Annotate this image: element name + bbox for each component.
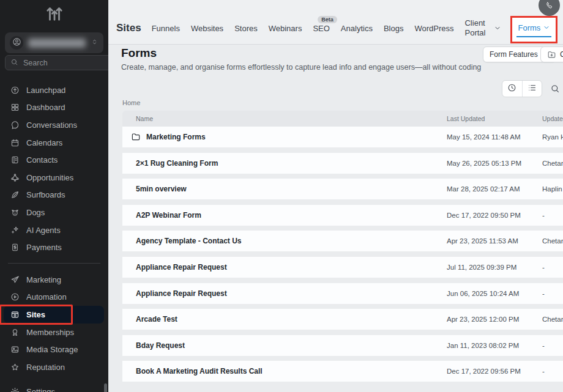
sidebar-item-label: Surfboards <box>26 190 65 199</box>
cell-last-updated: Jul 11, 2025 09:39 PM <box>447 264 542 271</box>
recent-view-button[interactable] <box>502 81 522 97</box>
sidebar-item-memberships[interactable]: Memberships <box>4 324 104 341</box>
sidebar-item-surfboards[interactable]: Surfboards <box>4 187 104 204</box>
sidebar-item-label: Payments <box>26 243 62 252</box>
table-row[interactable]: Agency Template - Contact Us Apr 23, 202… <box>122 231 563 251</box>
cell-last-updated: Apr 23, 2025 11:53 AM <box>447 237 542 245</box>
section-title: Sites <box>116 22 141 34</box>
cell-name: Arcade Test <box>122 315 447 324</box>
tab-webinars[interactable]: Webinars <box>269 24 302 33</box>
tab-label: Webinars <box>269 24 302 33</box>
column-header-name: Name <box>122 115 447 122</box>
sidebar-item-media-storage[interactable]: Media Storage <box>4 341 104 358</box>
cell-updated-by: Ryan How <box>542 133 563 141</box>
app-logo <box>0 0 108 28</box>
sidebar-item-marketing[interactable]: Marketing <box>4 271 104 289</box>
cell-name: Marketing Forms <box>122 132 447 142</box>
cell-name: Book A Marketing Audit Results Call <box>122 367 447 375</box>
tab-blogs[interactable]: Blogs <box>384 24 404 33</box>
sidebar-item-contacts[interactable]: Contacts <box>4 151 104 169</box>
tab-stores[interactable]: Stores <box>234 24 258 33</box>
sidebar-scrollbar-thumb[interactable] <box>104 383 107 392</box>
search-input[interactable] <box>22 58 108 68</box>
list-view-button[interactable] <box>522 81 542 97</box>
browser-icon <box>10 310 20 319</box>
sidebar-item-launchpad[interactable]: Launchpad <box>4 81 104 99</box>
image-icon <box>10 345 20 354</box>
table-row[interactable]: A2P Webinar Form Dec 17, 2022 09:50 PM - <box>122 205 563 226</box>
cell-updated-by: - <box>542 342 563 349</box>
create-button-label: C <box>560 50 563 59</box>
cell-last-updated: Jun 06, 2025 10:24 AM <box>447 290 542 297</box>
cell-updated-by: Haplin M <box>542 185 563 193</box>
account-switcher[interactable] <box>5 32 103 53</box>
sidebar-item-payments[interactable]: Payments <box>4 239 104 256</box>
tab-analytics[interactable]: Analytics <box>341 24 373 33</box>
form-name: 5min overview <box>136 185 187 193</box>
payments-icon <box>10 243 20 252</box>
sidebar-item-opportunities[interactable]: Opportunities <box>4 169 104 187</box>
sidebar-item-calendars[interactable]: Calendars <box>4 134 104 152</box>
gear-icon <box>10 387 20 392</box>
tab-label: Client Portal <box>464 18 491 39</box>
tab-wordpress[interactable]: WordPress <box>414 24 453 33</box>
table-row[interactable]: 2×1 Rug Cleaning Form May 26, 2025 05:13… <box>122 153 563 174</box>
tab-seo[interactable]: Beta SEO <box>313 24 329 33</box>
launchpad-icon <box>10 86 20 95</box>
table-row[interactable]: 5min overview Mar 28, 2025 02:17 AM Hapl… <box>122 179 563 199</box>
sidebar-item-sites[interactable]: Sites <box>4 306 104 324</box>
sidebar-item-ai-agents[interactable]: AI Agents <box>4 221 104 239</box>
cell-updated-by: Chetan K <box>542 160 563 167</box>
table-row[interactable]: Appliance Repair Request Jun 06, 2025 10… <box>122 283 563 304</box>
table-row[interactable]: Marketing Forms May 15, 2024 11:48 AM Ry… <box>122 127 563 147</box>
tab-forms[interactable]: Forms <box>512 18 556 42</box>
dashboard-icon <box>10 103 20 112</box>
search-icon <box>550 84 560 96</box>
table-row[interactable]: Bday Request Jan 11, 2023 08:02 PM - <box>122 335 563 356</box>
sidebar-item-label: Launchpad <box>26 86 65 95</box>
cell-last-updated: Mar 28, 2025 02:17 AM <box>447 185 542 193</box>
cell-updated-by: Chetan K <box>542 316 563 323</box>
table-row[interactable]: Arcade Test Apr 23, 2025 12:00 PM Chetan… <box>122 309 563 330</box>
beta-badge: Beta <box>318 16 337 23</box>
star-icon <box>10 363 20 372</box>
sidebar-item-reputation[interactable]: Reputation <box>4 358 104 376</box>
cell-updated-by: - <box>542 368 563 375</box>
form-name: Arcade Test <box>136 315 177 324</box>
sidebar-item-dogs[interactable]: Dogs <box>4 204 104 221</box>
breadcrumb[interactable]: Home <box>122 99 140 106</box>
paper-plane-icon <box>10 275 20 284</box>
sidebar-item-conversations[interactable]: Conversations <box>4 116 104 134</box>
tab-label: Stores <box>234 24 258 33</box>
create-folder-button[interactable]: C <box>540 46 563 62</box>
table-row[interactable]: Appliance Repair Request Jul 11, 2025 09… <box>122 257 563 278</box>
person-icon <box>12 37 21 49</box>
sidebar-item-dashboard[interactable]: Dashboard <box>4 99 104 117</box>
tab-client-portal[interactable]: Client Portal <box>464 18 501 39</box>
cell-updated-by: - <box>542 290 563 297</box>
ai-sparkle-icon <box>10 226 20 235</box>
sidebar-item-settings[interactable]: Settings <box>4 383 104 392</box>
medal-icon <box>10 328 20 337</box>
dog-icon <box>10 208 20 217</box>
list-icon <box>528 83 537 95</box>
table-search-button[interactable] <box>550 84 560 96</box>
table-row[interactable]: Book A Marketing Audit Results Call Dec … <box>122 361 563 382</box>
sidebar-item-label: Calendars <box>26 138 62 147</box>
tabs-bar: Funnels Websites Stores Webinars Beta SE… <box>152 17 563 40</box>
tab-funnels[interactable]: Funnels <box>152 24 180 33</box>
form-name: Marketing Forms <box>146 133 206 141</box>
tab-websites[interactable]: Websites <box>191 24 223 33</box>
cell-last-updated: May 15, 2024 11:48 AM <box>447 133 542 141</box>
play-circle-icon <box>10 292 20 301</box>
folder-icon <box>131 132 141 142</box>
cell-name: Agency Template - Contact Us <box>122 237 447 245</box>
sidebar-item-label: AI Agents <box>26 226 61 235</box>
sidebar-item-automation[interactable]: Automation <box>4 289 104 306</box>
forms-table: Name Last Updated Updated By Marketing F… <box>122 111 563 382</box>
search-box[interactable]: ⌘ K <box>5 55 108 70</box>
clock-icon <box>507 83 516 95</box>
form-features-label: Form Features <box>490 50 538 59</box>
phone-button[interactable] <box>539 0 560 16</box>
sidebar-item-label: Contacts <box>26 155 58 165</box>
